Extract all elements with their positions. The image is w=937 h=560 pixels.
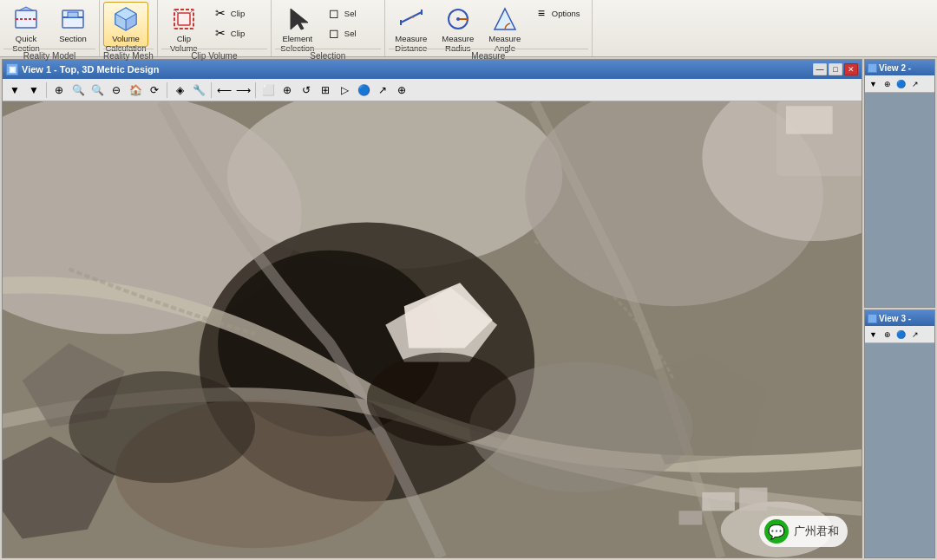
ribbon-group-measure: Measure Distance Measure Radius [385,0,593,56]
clip-sm-label-2: Clip [231,29,245,38]
v2-add[interactable]: ⊕ [881,77,894,90]
view-2-icon [868,63,877,73]
vtb-snap[interactable]: ⊞ [317,81,334,99]
v2-drop[interactable]: ▼ [867,77,880,90]
section-label: Section [59,34,87,43]
view-main-toolbar: ▼ ▼ ⊕ 🔍 🔍 ⊖ 🏠 ⟳ ◈ 🔧 ⟵ ⟶ ⬜ ⊕ ↺ ⊞ ▷ 🔵 ↗ ⊕ [3,79,862,101]
ribbon-group-clip-volume: Clip Volume ✂ Clip ✂ Clip Clip Volume [158,0,272,56]
view-3-content[interactable] [865,343,934,557]
vtb-zoom-out[interactable]: 🔍 [88,81,106,99]
vtb-reset[interactable]: 🏠 [127,81,144,99]
view-main-titlebar: ▣ View 1 - Top, 3D Metric Design — □ ✕ [3,60,862,79]
sel-sm-btn-1[interactable]: ◻ Sel [322,3,381,23]
clip-sm-btn-2[interactable]: ✂ Clip [208,23,267,42]
clip-sm-icon-1: ✂ [213,6,228,20]
view-main-content[interactable]: 💬 广州君和 [3,101,862,557]
vtb-rotate[interactable]: ⟳ [146,81,163,99]
svg-rect-11 [178,13,190,25]
vtb-sep-2 [167,82,167,98]
clip-volume-icon [170,5,198,33]
vtb-sep-1 [46,82,47,98]
clip-sm-label-1: Clip [231,9,245,18]
volume-calculation-button[interactable]: Volume Calculation [103,2,148,47]
view-2: View 2 - ▼ ⊕ 🔵 ↗ [864,59,935,308]
sel-sm-icon-2: ◻ [326,26,342,40]
clip-sm-btn-1[interactable]: ✂ Clip [208,3,267,23]
view-3-toolbar: ▼ ⊕ 🔵 ↗ [865,326,934,343]
measure-angle-button[interactable]: Measure Angle [482,2,527,47]
ribbon-group-items-mesh: Volume Calculation [103,2,154,47]
clip-small-btns: ✂ Clip ✂ Clip [208,2,267,42]
element-selection-button[interactable]: Element Selection [275,2,320,47]
view-3-title-text: View 3 - [879,314,911,323]
quick-section-icon [12,5,40,33]
vtb-redo[interactable]: ⟶ [234,81,252,99]
view-2-content[interactable] [865,93,934,307]
vtb-sep-4 [255,82,256,98]
vtb-drop1[interactable]: ▼ [6,81,23,99]
volume-calculation-icon [112,5,140,33]
v3-dot[interactable]: 🔵 [894,328,908,341]
view-2-title-text: View 2 - [879,63,911,73]
vtb-arrow[interactable]: ↗ [374,81,391,99]
measure-radius-icon [444,5,472,33]
svg-marker-21 [495,9,515,29]
reality-model-label: Reality Model [3,49,95,62]
ribbon-group-items-measure: Measure Distance Measure Radius [389,2,588,47]
sel-sm-label-2: Sel [344,29,357,38]
section-button[interactable]: Section [50,2,95,47]
measure-radius-button[interactable]: Measure Radius [436,2,481,47]
vtb-undo[interactable]: ⟵ [215,81,233,99]
right-panel: View 2 - ▼ ⊕ 🔵 ↗ View 3 - ▼ ⊕ [864,59,935,558]
element-selection-icon [284,5,311,33]
sel-sm-label-1: Sel [344,9,357,18]
v2-arrow[interactable]: ↗ [908,77,921,90]
view-3-icon [868,314,877,323]
svg-rect-5 [68,12,78,17]
watermark-text: 广州君和 [794,524,839,539]
v3-drop[interactable]: ▼ [867,328,880,341]
vtb-grid[interactable]: ⬜ [259,81,277,99]
meas-sm-label-1: Options [552,9,580,18]
svg-rect-39 [739,487,767,511]
view-main-title: ▣ View 1 - Top, 3D Metric Design [6,63,160,75]
wechat-icon: 💬 [764,519,789,544]
view-close-button[interactable]: ✕ [844,63,858,75]
sel-sm-btn-2[interactable]: ◻ Sel [322,23,381,42]
ribbon-group-selection: Element Selection ◻ Sel ◻ Sel Selection [272,0,385,56]
ribbon-group-reality-mesh: Volume Calculation Reality Mesh [100,0,158,56]
measure-group-label: Measure [389,49,588,62]
view-minimize-button[interactable]: — [813,63,827,75]
v2-dot[interactable]: 🔵 [894,77,908,90]
v3-add[interactable]: ⊕ [881,328,894,341]
vtb-play[interactable]: ▷ [336,81,353,99]
ribbon-group-reality-model: Quick Section Section Reality Model [0,0,100,56]
quick-section-button[interactable]: Quick Section [3,2,49,47]
svg-rect-40 [678,511,702,524]
vtb-settings[interactable]: 🔧 [190,81,207,99]
vtb-plus[interactable]: ⊕ [393,81,410,99]
ribbon-group-items-clip: Clip Volume ✂ Clip ✂ Clip [161,2,267,47]
v3-arrow[interactable]: ↗ [908,328,921,341]
selection-group-label: Selection [275,49,381,62]
vtb-view-cube[interactable]: ◈ [171,81,188,99]
measure-distance-button[interactable]: Measure Distance [389,2,434,47]
vtb-drop2[interactable]: ▼ [25,81,43,99]
vtb-home[interactable]: ⊕ [50,81,68,99]
svg-point-36 [69,371,255,483]
sel-sm-icon-1: ◻ [326,6,342,20]
clip-volume-button[interactable]: Clip Volume [161,2,206,47]
svg-rect-35 [786,106,833,133]
meas-sm-btn-1[interactable]: ≡ Options [529,3,588,23]
meas-sm-icon-1: ≡ [534,6,549,20]
watermark: 💬 广州君和 [759,516,848,547]
aerial-view-image [3,101,862,557]
vtb-dot[interactable]: 🔵 [355,81,372,99]
vtb-zoom-in[interactable]: 🔍 [69,81,87,99]
vtb-fit[interactable]: ⊖ [108,81,125,99]
vtb-undo2[interactable]: ↺ [298,81,315,99]
view-maximize-button[interactable]: □ [829,63,842,75]
view-main-title-text: View 1 - Top, 3D Metric Design [22,64,160,75]
vtb-add[interactable]: ⊕ [278,81,296,99]
svg-point-20 [456,17,460,21]
